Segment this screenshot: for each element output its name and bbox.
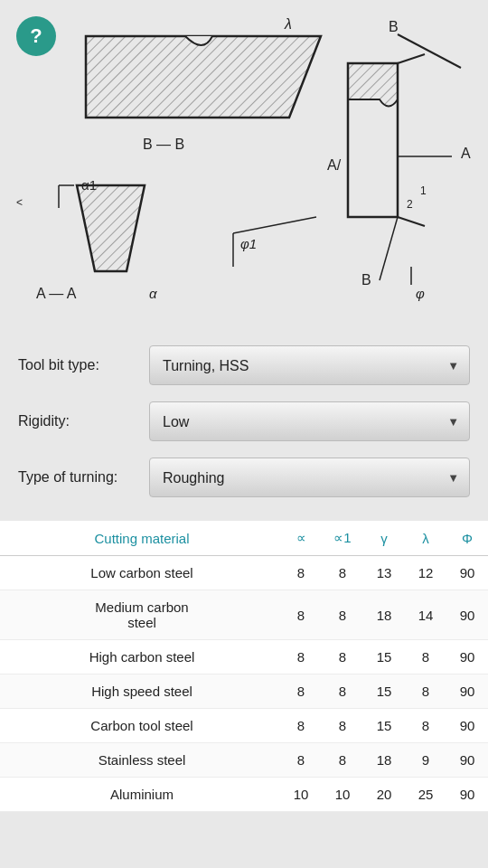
table-row: High speed steel 8 8 15 8 90: [0, 675, 488, 709]
cell-gamma: 18: [363, 590, 405, 640]
svg-text:<: <: [16, 196, 23, 209]
rigidity-label: Rigidity:: [18, 413, 149, 429]
svg-marker-17: [77, 185, 145, 271]
svg-text:B: B: [361, 272, 371, 288]
turning-type-select[interactable]: RoughingSemi-finishingFinishing: [149, 458, 470, 497]
svg-line-21: [233, 217, 316, 233]
rigidity-select-wrapper: LowMediumHigh: [149, 401, 470, 441]
cell-alpha1: 8: [322, 709, 363, 743]
col-header-lambda: λ: [405, 521, 446, 556]
cell-material: Carbon tool steel: [0, 709, 280, 743]
svg-text:α: α: [149, 286, 157, 301]
cell-alpha1: 8: [322, 640, 363, 675]
svg-line-7: [398, 34, 461, 68]
col-header-alpha: ∝: [280, 521, 322, 556]
cell-lambda: 9: [405, 743, 446, 778]
turning-type-row: Type of turning: RoughingSemi-finishingF…: [18, 454, 470, 501]
svg-line-10: [398, 217, 425, 226]
col-header-phi: Φ: [446, 521, 488, 556]
cell-lambda: 8: [405, 675, 446, 709]
cell-alpha: 8: [280, 640, 322, 675]
controls-section: Tool bit type: Turning, HSSTurning, Carb…: [0, 335, 488, 517]
turning-type-label: Type of turning:: [18, 469, 149, 486]
table-row: Low carbon steel 8 8 13 12 90: [0, 556, 488, 590]
cell-alpha: 8: [280, 675, 322, 709]
cell-phi: 90: [446, 778, 488, 812]
cell-gamma: 13: [363, 556, 405, 590]
col-header-gamma: γ: [363, 521, 405, 556]
cell-lambda: 14: [405, 590, 446, 640]
svg-text:A — A: A — A: [36, 286, 77, 301]
table-row: Stainless steel 8 8 18 9 90: [0, 743, 488, 778]
table-row: Aluminium 10 10 20 25 90: [0, 778, 488, 812]
tool-bit-select-wrapper: Turning, HSSTurning, CarbideMilling, HSS: [149, 345, 470, 385]
svg-line-24: [380, 217, 398, 280]
cell-alpha: 8: [280, 556, 322, 590]
cell-material: Medium carbonsteel: [0, 590, 280, 640]
cell-lambda: 25: [405, 778, 446, 812]
tool-bit-label: Tool bit type:: [18, 357, 149, 373]
cell-phi: 90: [446, 675, 488, 709]
tool-diagram: λ B — B A/ B A α1 < A — A α φ1 B: [0, 0, 488, 335]
cell-lambda: 8: [405, 640, 446, 675]
cell-gamma: 15: [363, 640, 405, 675]
svg-text:A/: A/: [327, 157, 342, 173]
cell-material: Stainless steel: [0, 743, 280, 778]
cell-alpha: 8: [280, 709, 322, 743]
svg-text:A: A: [461, 146, 471, 161]
cell-alpha1: 10: [322, 778, 363, 812]
cell-material: Aluminium: [0, 778, 280, 812]
cell-alpha1: 8: [322, 743, 363, 778]
cell-alpha1: 8: [322, 556, 363, 590]
turning-type-select-wrapper: RoughingSemi-finishingFinishing: [149, 458, 470, 497]
cell-material: High carbon steel: [0, 640, 280, 675]
cell-lambda: 8: [405, 709, 446, 743]
cell-alpha: 10: [280, 778, 322, 812]
cell-alpha1: 8: [322, 590, 363, 640]
table-row: High carbon steel 8 8 15 8 90: [0, 640, 488, 675]
cutting-data-table-section: Cutting material ∝ ∝1 γ λ Φ Low carbon s…: [0, 521, 488, 812]
cell-material: Low carbon steel: [0, 556, 280, 590]
table-row: Carbon tool steel 8 8 15 8 90: [0, 709, 488, 743]
cell-alpha1: 8: [322, 675, 363, 709]
cell-gamma: 18: [363, 743, 405, 778]
table-row: Medium carbonsteel 8 8 18 14 90: [0, 590, 488, 640]
cell-phi: 90: [446, 556, 488, 590]
help-button[interactable]: ?: [16, 16, 56, 56]
svg-text:2: 2: [407, 198, 413, 211]
svg-text:λ: λ: [284, 16, 292, 32]
svg-text:φ1: φ1: [240, 236, 257, 251]
cutting-data-table: Cutting material ∝ ∝1 γ λ Φ Low carbon s…: [0, 521, 488, 812]
cell-phi: 90: [446, 743, 488, 778]
cell-lambda: 12: [405, 556, 446, 590]
cell-phi: 90: [446, 590, 488, 640]
svg-marker-1: [86, 36, 321, 118]
table-header-row: Cutting material ∝ ∝1 γ λ Φ: [0, 521, 488, 556]
cell-gamma: 15: [363, 675, 405, 709]
rigidity-select[interactable]: LowMediumHigh: [149, 401, 470, 441]
question-mark-icon: ?: [30, 24, 42, 48]
cell-gamma: 15: [363, 709, 405, 743]
tool-bit-row: Tool bit type: Turning, HSSTurning, Carb…: [18, 342, 470, 389]
svg-line-9: [398, 54, 425, 63]
svg-text:B — B: B — B: [143, 137, 184, 152]
cell-material: High speed steel: [0, 675, 280, 709]
rigidity-row: Rigidity: LowMediumHigh: [18, 398, 470, 445]
svg-text:B: B: [389, 19, 399, 34]
tool-bit-select[interactable]: Turning, HSSTurning, CarbideMilling, HSS: [149, 345, 470, 385]
col-header-material: Cutting material: [0, 521, 280, 556]
col-header-alpha1: ∝1: [322, 521, 363, 556]
cell-gamma: 20: [363, 778, 405, 812]
cell-alpha: 8: [280, 743, 322, 778]
cell-phi: 90: [446, 709, 488, 743]
svg-text:φ: φ: [416, 286, 425, 301]
svg-text:1: 1: [420, 184, 427, 197]
cell-phi: 90: [446, 640, 488, 675]
diagram-svg: λ B — B A/ B A α1 < A — A α φ1 B: [9, 9, 479, 326]
cell-alpha: 8: [280, 590, 322, 640]
